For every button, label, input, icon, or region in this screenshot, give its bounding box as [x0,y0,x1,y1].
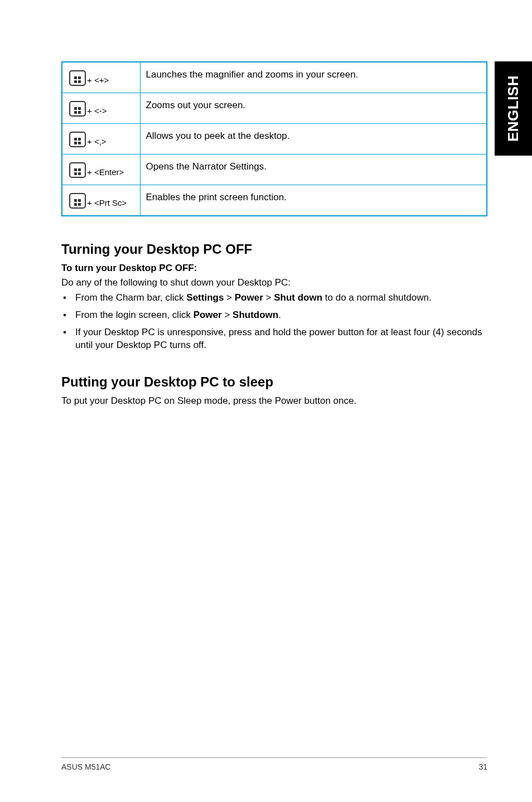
shortcut-description: Zooms out your screen. [140,93,487,124]
shortcut-description: Enables the print screen function. [140,185,487,216]
table-row: + <-> Zooms out your screen. [62,93,487,124]
key-combo-text: + <,> [87,137,107,147]
key-combo-text: + <Enter> [87,167,124,178]
table-row: + <Prt Sc> Enables the print screen func… [62,185,487,216]
shortcut-key-cell: + <+> [62,62,140,93]
intro-text: Do any of the following to shut down you… [61,277,487,288]
list-text: . [278,310,281,320]
key-combo-text: + <-> [87,106,107,117]
footer-model: ASUS M51AC [61,762,111,771]
key-combo-text: + <+> [87,75,109,86]
list-bold: Shutdown [233,310,278,320]
bullet-list-shutdown: From the Charm bar, click Settings > Pow… [61,292,487,352]
shortcut-description: Opens the Narrator Settings. [140,154,487,185]
list-text: > [224,292,234,303]
list-text: > [222,310,233,320]
list-text: From the Charm bar, click [75,292,186,303]
shortcut-key-cell: + <Prt Sc> [62,185,140,216]
table-row: + <Enter> Opens the Narrator Settings. [62,154,487,185]
windows-key-icon [69,193,86,209]
subheading-turn-off: To turn your Desktop PC OFF: [61,263,487,274]
windows-key-icon [69,101,86,117]
list-item: If your Desktop PC is unresponsive, pres… [75,326,487,352]
windows-key-icon [69,162,86,178]
section-heading-turning-off: Turning your Desktop PC OFF [61,241,487,257]
shortcut-key-cell: + <-> [62,93,140,124]
page-content: + <+> Launches the magnifier and zooms i… [0,0,532,443]
list-text: If your Desktop PC is unresponsive, pres… [75,327,482,350]
shortcut-key-cell: + <,> [62,124,140,154]
list-text: to do a normal shutdown. [322,292,432,303]
table-row: + <,> Allows you to peek at the desktop. [62,124,487,154]
list-bold: Power [235,292,263,303]
list-text: > [263,292,274,303]
section-heading-sleep: Putting your Desktop PC to sleep [61,374,487,390]
list-item: From the Charm bar, click Settings > Pow… [75,292,487,305]
list-bold: Shut down [274,292,322,303]
shortcut-description: Allows you to peek at the desktop. [140,124,487,154]
shortcut-key-cell: + <Enter> [62,154,140,185]
language-tab: ENGLISH [495,61,532,156]
shortcut-description: Launches the magnifier and zooms in your… [140,62,487,93]
shortcut-table: + <+> Launches the magnifier and zooms i… [61,61,487,216]
list-item: From the login screen, click Power > Shu… [75,309,487,322]
windows-key-icon [69,132,86,147]
list-text: From the login screen, click [75,310,194,320]
list-bold: Settings [186,292,224,303]
footer-page-number: 31 [478,762,487,771]
key-combo-text: + <Prt Sc> [87,198,127,209]
list-bold: Power [194,310,222,320]
sleep-body-text: To put your Desktop PC on Sleep mode, pr… [61,395,487,407]
table-row: + <+> Launches the magnifier and zooms i… [62,62,487,93]
page-footer: ASUS M51AC 31 [61,757,487,771]
windows-key-icon [69,70,86,86]
